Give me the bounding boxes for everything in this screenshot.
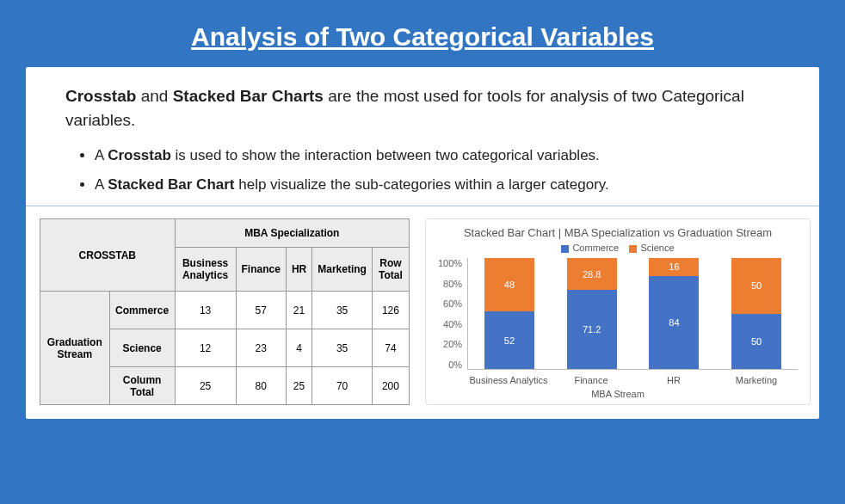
bar-segment-science: 28.8 [567, 258, 617, 290]
cell: 57 [236, 292, 286, 329]
table-colgroup: MBA Specialization [175, 219, 409, 248]
row-header: Commerce [109, 292, 175, 329]
bullet-rest: help visualize the sub-categories within… [235, 176, 609, 193]
intro-text: Crosstab and Stacked Bar Charts are the … [65, 84, 793, 132]
bar-segment-commerce: 84 [649, 276, 699, 369]
bullet-list: A Crosstab is used to show the interacti… [95, 147, 793, 194]
bullet-bold: Stacked Bar Chart [108, 176, 234, 193]
legend-swatch-science [629, 245, 637, 253]
bar: 4852 [484, 258, 534, 369]
chart-title: Stacked Bar Chart | MBA Specialization v… [438, 226, 798, 239]
cell: 12 [175, 329, 236, 367]
page-title: Analysis of Two Categorical Variables [26, 22, 819, 52]
slide: Analysis of Two Categorical Variables Cr… [0, 0, 845, 434]
bullet-stackedbar: A Stacked Bar Chart help visualize the s… [95, 176, 793, 194]
chart-legend: Commerce Science [438, 243, 798, 253]
legend-swatch-commerce [561, 245, 569, 253]
col-header: Marketing [312, 248, 373, 292]
y-axis: 100% 80% 60% 40% 20% 0% [438, 258, 467, 370]
table-corner: CROSSTAB [40, 219, 176, 292]
cell: 35 [312, 329, 373, 367]
y-tick: 40% [443, 319, 462, 329]
bullet-crosstab: A Crosstab is used to show the interacti… [95, 147, 793, 164]
y-tick: 20% [443, 339, 462, 349]
x-tick: Marketing [715, 375, 798, 385]
y-tick: 80% [443, 279, 462, 289]
cell: 70 [312, 367, 373, 405]
cell: 21 [286, 292, 311, 329]
bar: 5050 [731, 258, 781, 369]
cell: 80 [236, 367, 286, 405]
legend-label-commerce: Commerce [572, 243, 619, 253]
content-card: Crosstab and Stacked Bar Charts are the … [26, 67, 819, 419]
bar-segment-science: 50 [731, 258, 781, 314]
intro-text-mid: and [136, 87, 172, 105]
cell: 74 [372, 329, 409, 367]
chart-bars: 485228.871.216845050 [467, 258, 798, 370]
bar: 1684 [649, 258, 699, 369]
bar-segment-commerce: 71.2 [567, 290, 617, 369]
figure-row: CROSSTAB MBA Specialization Business Ana… [40, 218, 811, 405]
x-axis: Business AnalyticsFinanceHRMarketing [467, 375, 798, 385]
x-tick: Business Analytics [467, 375, 550, 385]
cell: 35 [312, 292, 373, 329]
legend-label-science: Science [640, 243, 674, 253]
intro-bold-crosstab: Crosstab [65, 87, 136, 105]
bullet-prefix: A [95, 176, 108, 193]
y-tick: 60% [443, 298, 462, 309]
y-tick: 100% [438, 258, 462, 268]
chart-plot: 100% 80% 60% 40% 20% 0% 485228.871.21684… [438, 258, 798, 370]
bullet-prefix: A [95, 147, 108, 163]
bullet-bold: Crosstab [108, 147, 171, 163]
x-axis-label: MBA Stream [438, 389, 798, 399]
bullet-rest: is used to show the interaction between … [171, 147, 600, 163]
col-header: Finance [236, 248, 286, 292]
row-header: Column Total [109, 367, 175, 405]
x-tick: Finance [550, 375, 632, 385]
table-rowgroup: Graduation Stream [40, 292, 110, 405]
cell: 13 [175, 292, 236, 329]
bar-segment-commerce: 50 [731, 314, 781, 370]
y-tick: 0% [448, 360, 462, 370]
cell: 25 [175, 367, 236, 405]
col-header: Row Total [372, 248, 409, 292]
cell: 200 [372, 367, 409, 405]
x-tick: HR [632, 375, 715, 385]
cell: 4 [286, 329, 311, 367]
intro-bold-stacked: Stacked Bar Charts [173, 87, 324, 105]
cell: 23 [236, 329, 286, 367]
row-header: Science [109, 329, 175, 367]
cell: 25 [286, 367, 311, 405]
col-header: Business Analytics [175, 248, 236, 292]
bar-segment-commerce: 52 [484, 311, 534, 369]
bar-segment-science: 48 [484, 258, 534, 311]
divider [26, 206, 819, 206]
col-header: HR [286, 248, 311, 292]
stacked-bar-chart: Stacked Bar Chart | MBA Specialization v… [425, 218, 811, 405]
bar: 28.871.2 [567, 258, 617, 369]
crosstab-table: CROSSTAB MBA Specialization Business Ana… [40, 218, 410, 405]
bar-segment-science: 16 [649, 258, 699, 276]
cell: 126 [372, 292, 409, 329]
